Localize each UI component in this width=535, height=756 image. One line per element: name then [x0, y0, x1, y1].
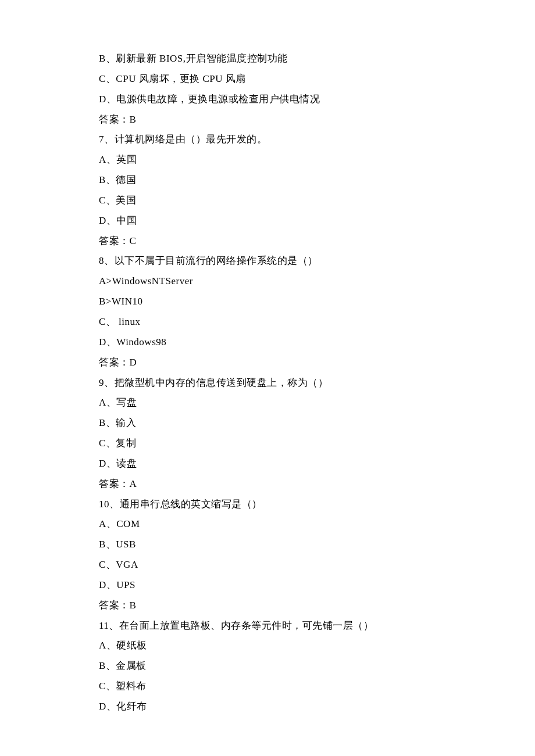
text-line: C、CPU 风扇坏，更换 CPU 风扇: [99, 69, 477, 89]
option-line: A、写盘: [99, 393, 477, 413]
answer-line: 答案：D: [99, 353, 477, 373]
option-line: C、VGA: [99, 555, 477, 575]
option-line: D、UPS: [99, 575, 477, 596]
option-line: A>WindowsNTServer: [99, 271, 477, 292]
option-line: D、Windows98: [99, 332, 477, 353]
option-line: B>WIN10: [99, 292, 477, 312]
option-line: D、中国: [99, 211, 477, 231]
option-line: C、塑料布: [99, 676, 477, 697]
option-line: B、USB: [99, 535, 477, 555]
question-line: 7、计算机网络是由（）最先开发的。: [99, 130, 477, 150]
option-line: A、COM: [99, 514, 477, 535]
text-line: D、电源供电故障，更换电源或检查用户供电情况: [99, 89, 477, 110]
answer-line: 答案：B: [99, 596, 477, 616]
option-line: A、硬纸板: [99, 636, 477, 656]
option-line: C、 linux: [99, 312, 477, 332]
text-line: B、刷新最新 BIOS,开启智能温度控制功能: [99, 49, 477, 69]
option-line: C、美国: [99, 191, 477, 211]
question-line: 11、在台面上放置电路板、内存条等元件时，可先铺一层（）: [99, 616, 477, 636]
answer-line: 答案：A: [99, 474, 477, 495]
option-line: C、复制: [99, 433, 477, 454]
option-line: B、德国: [99, 170, 477, 191]
document-content: B、刷新最新 BIOS,开启智能温度控制功能 C、CPU 风扇坏，更换 CPU …: [99, 49, 477, 717]
question-line: 9、把微型机中内存的信息传送到硬盘上，称为（）: [99, 373, 477, 393]
answer-line: 答案：C: [99, 231, 477, 252]
option-line: A、英国: [99, 150, 477, 170]
option-line: D、化纤布: [99, 697, 477, 717]
answer-line: 答案：B: [99, 110, 477, 130]
question-line: 10、通用串行总线的英文缩写是（）: [99, 495, 477, 515]
option-line: D、读盘: [99, 454, 477, 474]
option-line: B、输入: [99, 413, 477, 433]
option-line: B、金属板: [99, 656, 477, 676]
question-line: 8、以下不属于目前流行的网络操作系统的是（）: [99, 251, 477, 271]
